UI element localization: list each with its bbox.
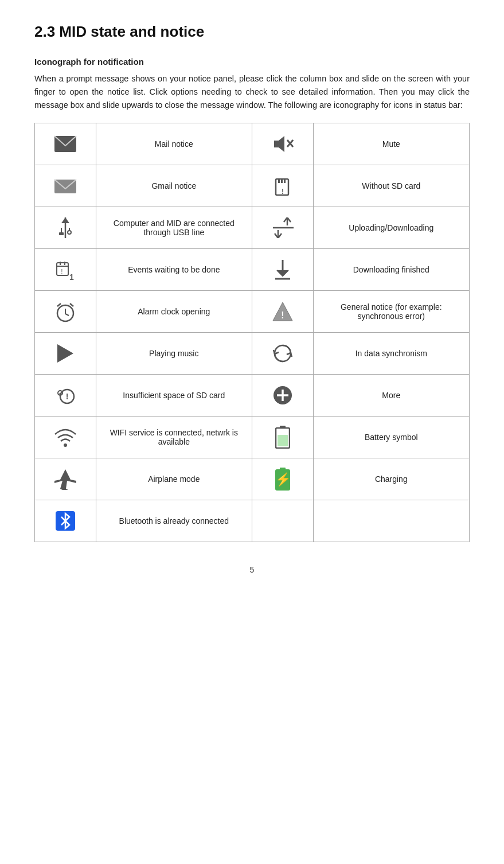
mute-icon xyxy=(272,134,294,154)
icon-cell xyxy=(35,123,96,165)
icon-cell: ! 1 xyxy=(35,248,96,290)
icon-cell xyxy=(35,165,96,207)
mail-label: Mail notice xyxy=(96,123,252,165)
intro-text: When a prompt message shows on your noti… xyxy=(34,72,470,112)
icon-cell xyxy=(35,332,96,374)
no-sd-label: Without SD card xyxy=(313,165,469,207)
svg-text:●: ● xyxy=(58,391,61,396)
table-row: WIFI service is connected, netwrk is ava… xyxy=(35,416,470,458)
alarm-icon xyxy=(55,301,76,322)
icon-cell xyxy=(35,207,96,248)
warning-label: General notice (for example: synchronous… xyxy=(313,290,469,332)
page-number: 5 xyxy=(34,565,470,574)
svg-text:!: ! xyxy=(282,188,284,196)
table-row: Gmail notice ! Without SD card xyxy=(35,165,470,207)
svg-text:!: ! xyxy=(65,392,68,401)
battery-label: Battery symbol xyxy=(313,416,469,458)
play-label: Playing music xyxy=(96,332,252,374)
no-sd-icon: ! xyxy=(273,176,292,196)
warning-icon: ! xyxy=(272,301,294,322)
section-label: Iconograph for notification xyxy=(34,57,470,67)
svg-rect-13 xyxy=(59,232,64,235)
icon-cell xyxy=(35,416,96,458)
icon-cell: ⚡ xyxy=(252,458,314,500)
sync-label: In data synchronism xyxy=(313,332,469,374)
svg-rect-9 xyxy=(284,179,286,183)
icon-table: Mail notice Mute Gmail n xyxy=(34,123,470,542)
events-label: Events waiting to be done xyxy=(96,248,252,290)
events-icon: ! 1 xyxy=(56,259,75,280)
mute-label: Mute xyxy=(313,123,469,165)
table-row: Computer and MID are connected through U… xyxy=(35,207,470,248)
table-row: Mail notice Mute xyxy=(35,123,470,165)
page-title: 2.3 MID state and notice xyxy=(34,23,470,41)
bluetooth-label: Bluetooth is already connected xyxy=(96,500,252,542)
svg-text:⚡: ⚡ xyxy=(275,472,290,487)
icon-cell xyxy=(252,248,314,290)
download-done-icon xyxy=(273,259,292,281)
svg-rect-7 xyxy=(278,179,280,183)
wifi-label: WIFI service is connected, netwrk is ava… xyxy=(96,416,252,458)
charging-icon: ⚡ xyxy=(275,468,290,491)
icon-cell xyxy=(252,123,314,165)
airplane-icon xyxy=(54,468,76,490)
table-row: ! ● Insufficient space of SD card More xyxy=(35,374,470,416)
usb-label: Computer and MID are connected through U… xyxy=(96,207,252,248)
table-row: Bluetooth is already connected xyxy=(35,500,470,542)
svg-point-42 xyxy=(64,443,67,447)
sdcard-icon: ! ● xyxy=(56,385,75,406)
gmail-label: Gmail notice xyxy=(96,165,252,207)
svg-marker-34 xyxy=(57,344,73,363)
gmail-icon xyxy=(54,177,77,194)
icon-cell: ! xyxy=(252,290,314,332)
icon-cell xyxy=(252,207,314,248)
svg-line-30 xyxy=(57,303,61,306)
icon-cell xyxy=(35,500,96,542)
empty-icon-cell xyxy=(252,500,314,542)
table-row: Playing music In data synchronism xyxy=(35,332,470,374)
more-label: More xyxy=(313,374,469,416)
table-row: ! 1 Events waiting to be done Downloadin… xyxy=(35,248,470,290)
icon-cell xyxy=(252,374,314,416)
svg-text:!: ! xyxy=(281,310,284,320)
wifi-icon xyxy=(54,427,77,447)
mail-icon xyxy=(54,135,77,153)
svg-text:1: 1 xyxy=(69,273,74,280)
usb-icon xyxy=(57,216,74,239)
sdcard-label: Insufficient space of SD card xyxy=(96,374,252,416)
empty-label xyxy=(313,500,469,542)
table-row: Alarm clock opening ! General notice (fo… xyxy=(35,290,470,332)
icon-cell xyxy=(35,458,96,500)
download-done-label: Downloading finished xyxy=(313,248,469,290)
play-icon xyxy=(56,344,75,363)
svg-line-31 xyxy=(70,303,73,306)
svg-line-29 xyxy=(65,314,69,316)
icon-cell xyxy=(252,416,314,458)
updown-icon xyxy=(272,217,294,238)
icon-cell xyxy=(252,332,314,374)
more-icon xyxy=(272,385,293,406)
alarm-label: Alarm clock opening xyxy=(96,290,252,332)
charging-label: Charging xyxy=(313,458,469,500)
svg-marker-1 xyxy=(274,136,284,152)
battery-icon xyxy=(275,426,290,449)
airplane-label: Airplane mode xyxy=(96,458,252,500)
table-row: Airplane mode ⚡ Charging xyxy=(35,458,470,500)
svg-rect-45 xyxy=(278,435,288,446)
bluetooth-icon xyxy=(56,511,75,531)
svg-rect-8 xyxy=(281,179,283,183)
svg-text:!: ! xyxy=(61,268,62,275)
icon-cell: ! xyxy=(252,165,314,207)
icon-cell: ! ● xyxy=(35,374,96,416)
svg-point-15 xyxy=(68,231,71,234)
updown-label: Uploading/Downloading xyxy=(313,207,469,248)
sync-icon xyxy=(272,343,293,364)
icon-cell xyxy=(35,290,96,332)
